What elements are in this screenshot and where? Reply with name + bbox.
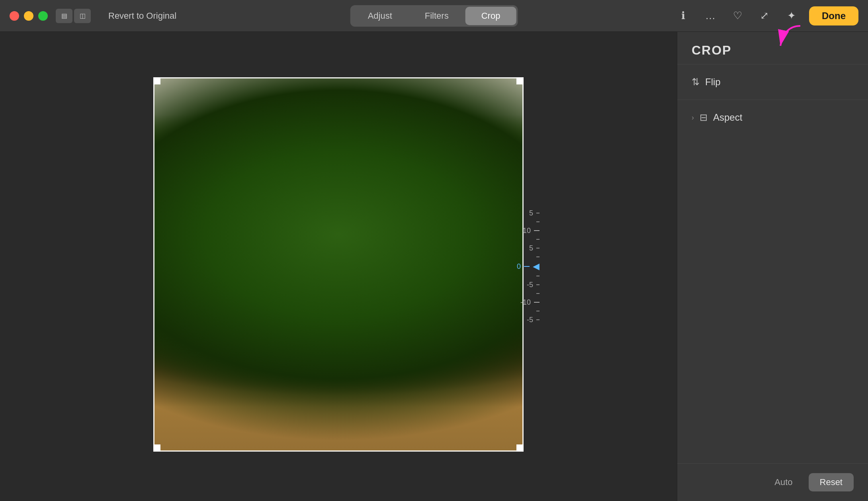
fullscreen-button[interactable] [38, 11, 48, 21]
info-icon: ℹ [681, 10, 685, 22]
dial-mark-5-upper: 5 [529, 245, 540, 252]
close-button[interactable] [10, 11, 19, 21]
panel-section-flip: ⇅ Flip [677, 64, 868, 100]
toolbar-right: ℹ … ♡ ⤢ ✦ Done [674, 6, 858, 25]
revert-button[interactable]: Revert to Original [102, 8, 183, 24]
dial-mark-dot-5 [536, 293, 540, 294]
flip-label: Flip [705, 76, 721, 88]
dial-mark-dot-2 [536, 239, 540, 240]
info-button[interactable]: ℹ [674, 6, 693, 25]
dial-mark-dot-4 [536, 276, 540, 276]
rotation-dial[interactable]: 5 10 5 [517, 163, 540, 370]
right-panel: CROP ⇅ Flip › ⊟ Aspect Auto Reset [677, 32, 868, 501]
flip-icon: ⇅ [692, 76, 700, 88]
panel-title: CROP [692, 43, 854, 58]
dial-mark-dot-3 [536, 256, 540, 257]
view-toggle-button[interactable]: ◫ [74, 9, 91, 23]
heart-icon: ♡ [733, 10, 742, 22]
dial-mark-neg5: -5 [527, 281, 540, 288]
main-content: 5 10 5 [0, 32, 868, 501]
sidebar-icon: ▤ [61, 12, 67, 20]
minimize-button[interactable] [24, 11, 33, 21]
view-icon: ◫ [80, 12, 86, 20]
sparkle-button[interactable]: ✦ [782, 6, 801, 25]
dial-mark-dot-1 [536, 221, 540, 222]
panel-bottom: Auto Reset [677, 463, 868, 501]
dial-marks: 5 10 5 [517, 209, 540, 323]
dial-mark-10: 10 [523, 227, 540, 234]
dial-mark-neg10: -10 [520, 299, 540, 306]
panel-section-aspect: › ⊟ Aspect [677, 100, 868, 135]
traffic-lights [10, 11, 48, 21]
dial-mark-0: 0 ◀ [517, 262, 540, 271]
auto-button[interactable]: Auto [766, 473, 800, 491]
chevron-icon: › [692, 114, 694, 122]
aspect-label: Aspect [713, 112, 742, 123]
photo-image-inner [153, 77, 524, 452]
dial-mark-neg5-bottom: -5 [527, 316, 540, 323]
photo-area: 5 10 5 [0, 32, 677, 501]
dial-mark-dot-6 [536, 311, 540, 311]
heart-button[interactable]: ♡ [728, 6, 747, 25]
aspect-icon: ⊟ [700, 112, 708, 123]
sidebar-toggle-button[interactable]: ▤ [56, 9, 72, 23]
more-icon: … [705, 10, 716, 22]
expand-icon: ⤢ [760, 10, 769, 22]
sparkle-icon: ✦ [787, 10, 796, 22]
tab-adjust[interactable]: Adjust [352, 7, 408, 25]
flip-row[interactable]: ⇅ Flip [692, 71, 854, 93]
done-button[interactable]: Done [809, 6, 858, 25]
titlebar: ▤ ◫ Revert to Original Adjust Filters Cr… [0, 0, 868, 32]
photo-container: 5 10 5 [129, 57, 547, 476]
expand-button[interactable]: ⤢ [755, 6, 774, 25]
tab-crop[interactable]: Crop [465, 7, 516, 25]
reset-button[interactable]: Reset [809, 473, 854, 491]
more-button[interactable]: … [701, 6, 720, 25]
panel-header: CROP [677, 32, 868, 64]
dial-mark-5-top: 5 [529, 209, 540, 217]
photo-image[interactable] [153, 77, 524, 452]
tab-group: Adjust Filters Crop [350, 5, 518, 27]
tab-filters[interactable]: Filters [409, 7, 465, 25]
window-controls: ▤ ◫ [56, 9, 91, 23]
aspect-row[interactable]: › ⊟ Aspect [692, 106, 854, 129]
